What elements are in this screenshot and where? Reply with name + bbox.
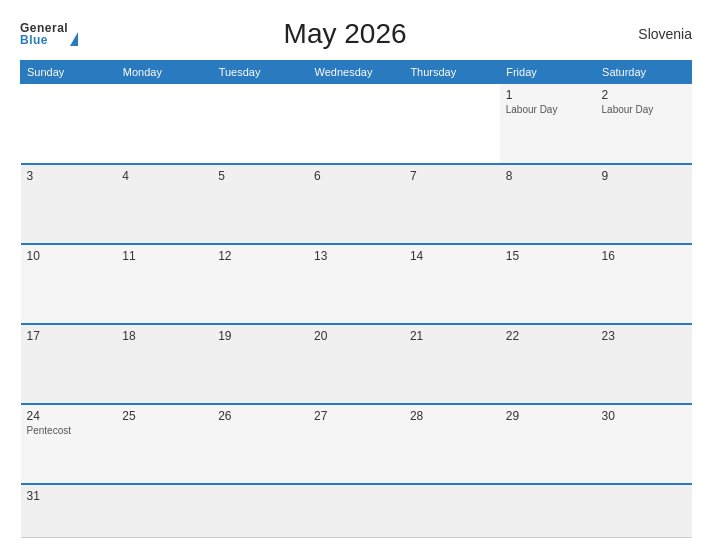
calendar-cell [404, 484, 500, 537]
day-event: Labour Day [506, 104, 590, 115]
calendar-cell: 17 [21, 324, 117, 404]
calendar-cell: 4 [116, 164, 212, 244]
calendar-cell: 18 [116, 324, 212, 404]
header: General Blue May 2026 Slovenia [20, 18, 692, 50]
calendar-cell: 29 [500, 404, 596, 484]
calendar-cell [308, 484, 404, 537]
calendar-cell: 6 [308, 164, 404, 244]
day-number: 17 [27, 329, 111, 343]
calendar-cell: 8 [500, 164, 596, 244]
calendar-cell: 13 [308, 244, 404, 324]
calendar-cell: 19 [212, 324, 308, 404]
col-monday: Monday [116, 61, 212, 84]
day-number: 19 [218, 329, 302, 343]
calendar-cell: 10 [21, 244, 117, 324]
country-name: Slovenia [612, 26, 692, 42]
calendar-cell: 1Labour Day [500, 84, 596, 164]
day-event: Labour Day [602, 104, 686, 115]
day-event: Pentecost [27, 425, 111, 436]
logo: General Blue [20, 22, 78, 46]
calendar-cell [212, 84, 308, 164]
day-number: 18 [122, 329, 206, 343]
logo-triangle-icon [70, 32, 78, 46]
day-number: 4 [122, 169, 206, 183]
calendar-cell: 16 [596, 244, 692, 324]
day-number: 3 [27, 169, 111, 183]
day-number: 13 [314, 249, 398, 263]
calendar-cell: 20 [308, 324, 404, 404]
calendar-row: 24Pentecost252627282930 [21, 404, 692, 484]
calendar-cell [21, 84, 117, 164]
day-number: 23 [602, 329, 686, 343]
calendar-cell [212, 484, 308, 537]
calendar-cell: 7 [404, 164, 500, 244]
calendar-cell: 3 [21, 164, 117, 244]
day-number: 2 [602, 88, 686, 102]
calendar-cell: 23 [596, 324, 692, 404]
col-friday: Friday [500, 61, 596, 84]
day-number: 28 [410, 409, 494, 423]
col-sunday: Sunday [21, 61, 117, 84]
calendar-cell: 24Pentecost [21, 404, 117, 484]
day-number: 11 [122, 249, 206, 263]
calendar-table: Sunday Monday Tuesday Wednesday Thursday… [20, 60, 692, 538]
calendar-cell: 5 [212, 164, 308, 244]
calendar-cell: 22 [500, 324, 596, 404]
day-number: 1 [506, 88, 590, 102]
day-number: 5 [218, 169, 302, 183]
col-thursday: Thursday [404, 61, 500, 84]
calendar-cell: 27 [308, 404, 404, 484]
day-number: 9 [602, 169, 686, 183]
day-number: 27 [314, 409, 398, 423]
calendar-title: May 2026 [78, 18, 612, 50]
day-number: 10 [27, 249, 111, 263]
calendar-cell: 30 [596, 404, 692, 484]
calendar-cell [308, 84, 404, 164]
calendar-row: 3456789 [21, 164, 692, 244]
calendar-cell: 14 [404, 244, 500, 324]
day-number: 22 [506, 329, 590, 343]
day-number: 16 [602, 249, 686, 263]
calendar-cell: 15 [500, 244, 596, 324]
day-number: 12 [218, 249, 302, 263]
calendar-row: 1Labour Day2Labour Day [21, 84, 692, 164]
day-number: 31 [27, 489, 111, 503]
calendar-row: 17181920212223 [21, 324, 692, 404]
day-number: 21 [410, 329, 494, 343]
day-number: 15 [506, 249, 590, 263]
col-tuesday: Tuesday [212, 61, 308, 84]
day-number: 14 [410, 249, 494, 263]
calendar-row: 31 [21, 484, 692, 537]
calendar-cell: 25 [116, 404, 212, 484]
calendar-page: General Blue May 2026 Slovenia Sunday Mo… [0, 0, 712, 550]
logo-text: General Blue [20, 22, 68, 46]
calendar-row: 10111213141516 [21, 244, 692, 324]
calendar-header-row: Sunday Monday Tuesday Wednesday Thursday… [21, 61, 692, 84]
day-number: 29 [506, 409, 590, 423]
calendar-cell [500, 484, 596, 537]
day-number: 6 [314, 169, 398, 183]
calendar-cell: 12 [212, 244, 308, 324]
calendar-cell [596, 484, 692, 537]
calendar-cell [116, 484, 212, 537]
day-number: 25 [122, 409, 206, 423]
calendar-cell: 26 [212, 404, 308, 484]
logo-blue-text: Blue [20, 34, 68, 46]
day-number: 20 [314, 329, 398, 343]
day-number: 7 [410, 169, 494, 183]
col-saturday: Saturday [596, 61, 692, 84]
calendar-cell: 28 [404, 404, 500, 484]
day-number: 24 [27, 409, 111, 423]
col-wednesday: Wednesday [308, 61, 404, 84]
calendar-cell: 21 [404, 324, 500, 404]
calendar-cell: 31 [21, 484, 117, 537]
calendar-cell: 9 [596, 164, 692, 244]
calendar-cell [116, 84, 212, 164]
day-number: 8 [506, 169, 590, 183]
day-number: 30 [602, 409, 686, 423]
calendar-cell [404, 84, 500, 164]
calendar-cell: 2Labour Day [596, 84, 692, 164]
day-number: 26 [218, 409, 302, 423]
calendar-cell: 11 [116, 244, 212, 324]
